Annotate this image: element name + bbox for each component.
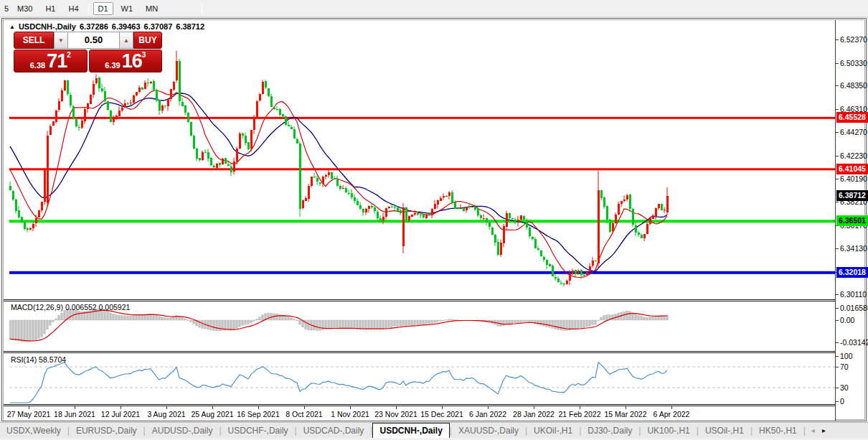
tabs-scroll-left-icon[interactable]: ◂ <box>811 426 815 434</box>
date-label: 15 Mar 2022 <box>605 410 647 418</box>
tab-usoil-h1[interactable]: USOil-,H1 <box>699 423 750 438</box>
tabs-scroll-right-icon[interactable]: ▸ <box>822 426 826 434</box>
panel-separator[interactable] <box>4 351 835 353</box>
date-label: 8 Oct 2021 <box>286 410 322 418</box>
sell-button[interactable]: SELL <box>14 32 54 49</box>
price-tick: 6.52370 <box>840 35 867 44</box>
date-tick-mark <box>29 406 29 409</box>
axis-tick-mark <box>836 342 839 343</box>
hline-6.45528 <box>9 117 835 119</box>
timeframe-button-w1[interactable]: W1 <box>116 2 138 15</box>
macd-tick: 0.00 <box>840 316 854 324</box>
axis-tick-mark <box>836 156 839 156</box>
tab-dj30-daily[interactable]: DJ30-,Daily <box>581 423 638 438</box>
axis-tick-mark <box>836 356 839 357</box>
buy-price-big: 16 <box>122 52 142 70</box>
price-tick: 6.34130 <box>840 244 867 253</box>
macd-tick: 0.016586 <box>840 304 868 312</box>
volume-decrease-button[interactable]: ▼ <box>54 32 68 49</box>
buy-button[interactable]: BUY <box>133 32 162 49</box>
date-tick-mark <box>121 406 121 409</box>
tab-audusd-daily[interactable]: AUDUSD-,Daily <box>146 423 220 438</box>
axis-tick-mark <box>836 39 839 40</box>
axis-tick-mark <box>836 367 839 368</box>
sell-price-pip: 2 <box>67 51 71 59</box>
ohlc-close: 6.38712 <box>176 22 204 31</box>
sell-price-prefix: 6.38 <box>30 60 45 70</box>
hline-badge-6.41045: 6.41045 <box>836 164 868 174</box>
date-axis[interactable]: 27 May 202118 Jun 202112 Jul 20213 Aug 2… <box>4 406 835 421</box>
ohlc-high: 6.39463 <box>112 22 141 31</box>
tab-usdx-weekly[interactable]: USDX,Weekly <box>0 423 67 438</box>
date-label: 16 Sep 2021 <box>237 410 280 418</box>
timeframe-button-h1[interactable]: H1 <box>40 2 60 15</box>
axis-tick-mark <box>836 320 839 321</box>
price-tick: 6.50330 <box>840 59 867 67</box>
axis-tick-mark <box>836 85 839 86</box>
date-tick-mark <box>212 406 213 409</box>
macd-label: MACD(12,26,9) 0.006552 0.005921 <box>11 303 130 312</box>
date-label: 6 Jan 2022 <box>469 410 506 418</box>
date-label: 1 Nov 2021 <box>331 410 369 418</box>
toolbar-divider <box>88 3 89 14</box>
date-tick-mark <box>166 406 167 409</box>
hline-badge-6.32018: 6.32018 <box>836 267 868 278</box>
axis-tick-mark <box>836 248 839 249</box>
tab-eurusd-daily[interactable]: EURUSD-,Daily <box>70 423 143 438</box>
date-tick-mark <box>258 406 259 409</box>
price-tick: 6.30110 <box>840 290 867 299</box>
buy-quote-panel[interactable]: 6.39 16 3 <box>89 50 163 72</box>
price-tick: 6.40190 <box>840 174 867 183</box>
date-tick-mark <box>396 406 397 409</box>
volume-input[interactable]: 0.50 <box>68 32 119 49</box>
axis-tick-mark <box>836 132 839 133</box>
timeframe-button-mn[interactable]: MN <box>141 2 163 15</box>
timeframe-button-h4[interactable]: H4 <box>63 2 83 15</box>
date-tick-mark <box>442 406 443 409</box>
symbol-tab-bar: USDX,Weekly|EURUSD-,Daily|AUDUSD-,Daily|… <box>0 422 868 438</box>
tab-xauusd-daily[interactable]: XAUUSD-,Daily <box>452 423 525 438</box>
timeframe-button-m30[interactable]: M30 <box>12 2 37 15</box>
tab-hk50-h1[interactable]: HK50-,H1 <box>753 423 803 438</box>
buy-price-prefix: 6.39 <box>105 60 120 70</box>
volume-increase-button[interactable]: ▲ <box>119 32 133 49</box>
axis-tick-mark <box>836 109 839 110</box>
sell-quote-panel[interactable]: 6.38 71 2 <box>14 50 88 72</box>
collapse-triangle-icon[interactable]: ▲ <box>9 24 15 30</box>
tab-ukoil-h1[interactable]: UKOil-,H1 <box>527 423 579 438</box>
axis-tick-mark <box>836 401 839 402</box>
axis-tick-mark <box>836 308 839 309</box>
date-tick-mark <box>580 406 580 409</box>
timeframe-button-m5[interactable]: 5 <box>0 2 9 15</box>
chart-window: ▲ USDCNH-,Daily 6.37286 6.39463 6.37087 … <box>1 18 867 421</box>
panel-separator[interactable] <box>4 299 835 301</box>
date-label: 12 Jul 2021 <box>101 410 140 418</box>
timeframe-button-d1[interactable]: D1 <box>93 2 113 15</box>
macd-tick: -0.031421 <box>840 338 868 347</box>
macd-signal-value: 0.005921 <box>99 303 131 312</box>
macd-chart-canvas[interactable] <box>9 301 835 351</box>
date-label: 21 Feb 2022 <box>559 410 601 418</box>
rsi-tick: 0 <box>840 397 844 406</box>
date-label: 28 Jan 2022 <box>513 410 555 418</box>
date-tick-mark <box>534 406 534 409</box>
rsi-label: RSI(14) 58.5704 <box>11 355 66 364</box>
tab-usdchf-daily[interactable]: USDCHF-,Daily <box>222 423 295 438</box>
price-tick: 6.42230 <box>840 151 867 160</box>
date-tick-mark <box>626 406 626 409</box>
rsi-tick: 30 <box>840 383 849 392</box>
chart-title: ▲ USDCNH-,Daily 6.37286 6.39463 6.37087 … <box>9 22 204 31</box>
tab-uk100-h1[interactable]: UK100-,H1 <box>641 423 696 438</box>
price-axis[interactable]: 6.523706.503306.483506.463106.442706.422… <box>836 20 866 421</box>
rsi-tick: 100 <box>840 352 853 360</box>
ohlc-low: 6.37087 <box>144 22 173 31</box>
date-tick-mark <box>671 406 672 409</box>
axis-tick-mark <box>836 63 839 64</box>
hline-6.41045 <box>9 168 835 170</box>
rsi-chart-canvas[interactable] <box>9 353 835 404</box>
axis-tick-mark <box>836 294 839 295</box>
tab-usdcad-daily[interactable]: USDCAD-,Daily <box>297 423 371 438</box>
tab-usdcnh-daily[interactable]: USDCNH-,Daily <box>372 423 449 438</box>
date-tick-mark <box>350 406 351 409</box>
toolbar-divider <box>202 3 202 14</box>
